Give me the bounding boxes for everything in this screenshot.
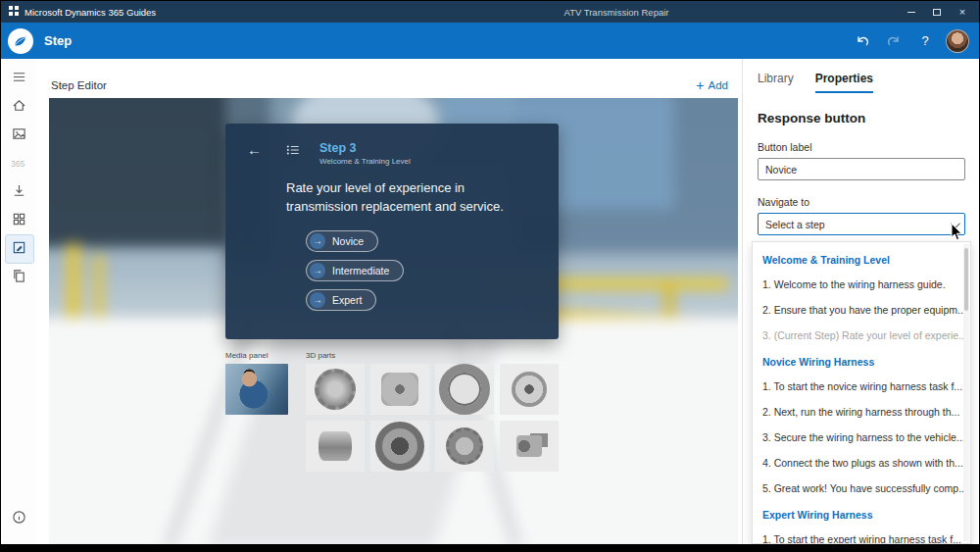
- response-button-intermediate[interactable]: →Intermediate: [306, 260, 404, 281]
- 3d-part-thumbnail-bearing-ring[interactable]: [435, 364, 494, 415]
- dropdown-item[interactable]: 1. To start the expert wiring harness ta…: [753, 527, 970, 544]
- arrow-circle-icon: →: [310, 263, 325, 278]
- sidebar-item-step-editor[interactable]: [6, 235, 33, 263]
- tab-properties[interactable]: Properties: [815, 72, 873, 93]
- app-grid-icon: [9, 6, 19, 18]
- parts-panel: 3D parts: [306, 351, 563, 472]
- editor-canvas[interactable]: ← Step 3 Welcome & Training Level Rate y…: [49, 98, 738, 544]
- maximize-button[interactable]: [924, 1, 950, 23]
- document-title: ATV Transmission Repair: [334, 7, 899, 18]
- sidebar-item-gallery[interactable]: [6, 207, 33, 234]
- media-panel: Media panel: [225, 351, 290, 415]
- undo-icon: [855, 33, 870, 49]
- step-label: Step 3: [319, 141, 411, 155]
- dropdown-group-header: Expert Wiring Harness: [753, 501, 970, 527]
- 3d-part-thumbnail-u-joint[interactable]: [500, 421, 559, 472]
- 3d-part-thumbnail-gear[interactable]: [306, 364, 365, 415]
- minimize-button[interactable]: [899, 1, 924, 23]
- info-icon: [12, 510, 26, 528]
- navigate-to-label: Navigate to: [743, 180, 979, 213]
- sidebar-item-copy[interactable]: [6, 264, 33, 291]
- chevron-down-icon[interactable]: [951, 219, 960, 228]
- button-label-input[interactable]: [758, 158, 965, 180]
- sidebar-item-dynamics-365[interactable]: 365: [6, 150, 33, 177]
- dropdown-item[interactable]: 1. To start the novice wiring harness ta…: [753, 374, 970, 399]
- user-avatar[interactable]: [946, 29, 969, 53]
- response-button-expert[interactable]: →Expert: [306, 289, 376, 311]
- add-button[interactable]: + Add: [696, 78, 728, 92]
- back-arrow-icon[interactable]: ←: [247, 141, 286, 158]
- hamburger-icon: [12, 70, 26, 88]
- dropdown-item[interactable]: 2. Ensure that you have the proper equip…: [753, 297, 970, 323]
- grid-icon: [12, 212, 26, 230]
- media-panel-label: Media panel: [225, 351, 290, 360]
- dropdown-item: 3. (Current Step) Rate your level of exp…: [753, 323, 970, 348]
- add-label: Add: [709, 79, 728, 91]
- dropdown-scrollbar[interactable]: [963, 244, 969, 541]
- help-button[interactable]: ?: [914, 30, 936, 52]
- step-edit-icon: [12, 240, 26, 259]
- 3d-part-thumbnail-gearbox-housing[interactable]: [370, 364, 429, 415]
- panel-tabs: Library Properties: [743, 59, 979, 93]
- editor-title: Step Editor: [51, 79, 107, 91]
- editor-toolbar: Step Editor + Add: [37, 59, 742, 98]
- step-editor-area: Step Editor + Add ←: [37, 59, 742, 544]
- 3d-part-thumbnail-bushing[interactable]: [306, 421, 365, 472]
- plus-icon: +: [696, 78, 704, 92]
- response-button-novice[interactable]: →Novice: [306, 230, 378, 252]
- panel-heading: Response button: [743, 93, 979, 125]
- media-thumbnail[interactable]: [225, 364, 288, 415]
- window-bottom-edge: [1, 544, 979, 551]
- redo-icon: [886, 33, 902, 49]
- maximize-icon: [933, 9, 941, 16]
- app-window: Microsoft Dynamics 365 Guides ATV Transm…: [0, 0, 980, 552]
- image-icon: [12, 126, 26, 145]
- dropdown-item[interactable]: 3. Secure the wiring harness to the vehi…: [753, 425, 970, 450]
- appbar: Step ?: [1, 23, 979, 59]
- arrow-circle-icon: →: [310, 233, 325, 249]
- app-title: Microsoft Dynamics 365 Guides: [24, 7, 156, 18]
- sidebar-item-info[interactable]: [6, 505, 33, 532]
- response-button-label: Novice: [332, 235, 364, 247]
- button-label-label: Button label: [743, 125, 979, 158]
- outline-list-icon[interactable]: [286, 141, 319, 161]
- titlebar: Microsoft Dynamics 365 Guides ATV Transm…: [1, 1, 979, 23]
- close-button[interactable]: ×: [950, 1, 975, 23]
- 3d-part-thumbnail-cv-joint[interactable]: [370, 421, 429, 472]
- copy-icon: [12, 269, 26, 287]
- dropdown-item[interactable]: 5. Great work! You have successfully com…: [753, 476, 970, 501]
- 3d-part-thumbnail-flange[interactable]: [500, 364, 559, 415]
- dropdown-group-header: Novice Wiring Harness: [753, 348, 970, 374]
- undo-button[interactable]: [852, 30, 873, 52]
- step-dropdown-list: Welcome & Training Level1. Welcome to th…: [752, 241, 971, 544]
- home-icon: [12, 98, 26, 117]
- 3d-part-thumbnail-sprocket[interactable]: [435, 421, 494, 472]
- navigate-to-select[interactable]: Select a step: [758, 213, 965, 235]
- help-icon: ?: [921, 33, 928, 48]
- response-button-label: Intermediate: [332, 265, 389, 276]
- arrow-circle-icon: →: [310, 292, 325, 308]
- dropdown-item[interactable]: 4. Connect the two plugs as shown with t…: [753, 450, 970, 476]
- response-button-label: Expert: [332, 294, 362, 306]
- d365-icon: 365: [11, 155, 28, 173]
- dropdown-item[interactable]: 1. Welcome to the wiring harness guide.: [753, 272, 970, 297]
- guides-logo: [8, 28, 33, 54]
- dropdown-item[interactable]: 2. Next, run the wiring harness through …: [753, 399, 970, 425]
- sidebar-item-home[interactable]: [6, 93, 33, 121]
- sidebar-item-media[interactable]: [6, 122, 33, 149]
- dropdown-group-header: Welcome & Training Level: [753, 246, 970, 272]
- sidebar-item-import[interactable]: [6, 178, 33, 206]
- step-instruction: Rate your level of experience in transmi…: [286, 179, 521, 217]
- tab-library[interactable]: Library: [758, 72, 794, 93]
- properties-panel: Library Properties Response button Butto…: [742, 59, 979, 544]
- select-value: Select a step: [765, 219, 825, 230]
- sidebar-item-menu[interactable]: [6, 65, 33, 92]
- step-card[interactable]: ← Step 3 Welcome & Training Level Rate y…: [225, 124, 559, 339]
- scrollbar-thumb[interactable]: [964, 248, 968, 311]
- parts-label: 3D parts: [306, 351, 563, 360]
- download-icon: [12, 183, 26, 202]
- close-icon: ×: [959, 6, 965, 18]
- minimize-icon: [907, 12, 915, 13]
- response-buttons: →Novice→Intermediate→Expert: [306, 230, 537, 311]
- redo-button[interactable]: [883, 30, 905, 52]
